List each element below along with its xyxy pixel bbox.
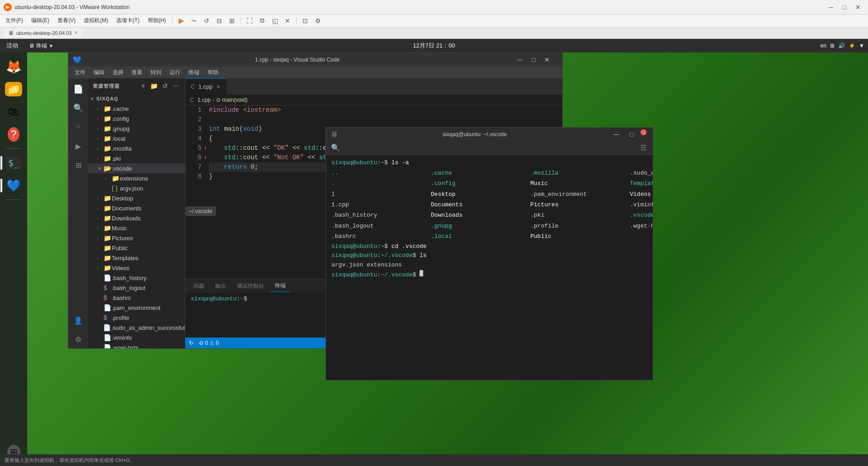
tab-close-btn[interactable]: ✕ bbox=[216, 84, 221, 90]
toolbar-btn-2[interactable]: ↺ bbox=[201, 16, 212, 26]
editor-tab-1cpp[interactable]: C 1.cpp ✕ bbox=[185, 78, 226, 95]
vscode-minimize[interactable]: ─ bbox=[514, 55, 526, 65]
toolbar-btn-1[interactable]: ⤳ bbox=[188, 16, 200, 26]
tree-item-sudo[interactable]: 📄 .sudo_as_admin_successful bbox=[88, 323, 185, 333]
vsc-menu-file[interactable]: 文件 bbox=[71, 68, 89, 77]
vm-tab[interactable]: 🖥 ubuntu-desktop-20.04.03 ✕ bbox=[4, 29, 83, 38]
refresh-btn[interactable]: ↺ bbox=[160, 81, 170, 90]
terminal-body[interactable]: sixqaq@ubuntu:~$ ls -a .. .cache .mozill… bbox=[326, 155, 653, 380]
term-menu-btn[interactable]: ☰ bbox=[637, 143, 649, 153]
tree-item-documents[interactable]: › 📁 Documents bbox=[88, 203, 185, 213]
tree-item-argv[interactable]: { } argv.json bbox=[88, 183, 185, 193]
tree-item-config[interactable]: › 📁 .config bbox=[88, 114, 185, 124]
tree-item-desktop[interactable]: › 📁 Desktop bbox=[88, 193, 185, 203]
vsc-menu-run[interactable]: 运行 bbox=[166, 68, 184, 77]
tree-item-local[interactable]: › 📁 .local bbox=[88, 133, 185, 143]
statusbar-git[interactable]: ↻ bbox=[189, 340, 193, 346]
tree-item-public[interactable]: › 📁 Public bbox=[88, 243, 185, 253]
tree-item-vscode[interactable]: ▼ 📂 .vscode bbox=[88, 163, 185, 173]
term-line-output2: . .config Music Templates bbox=[331, 178, 647, 189]
tree-item-cache[interactable]: › 📁 .cache bbox=[88, 104, 185, 114]
dock-item-software[interactable]: 🛍 bbox=[3, 101, 24, 122]
tree-item-gnupg[interactable]: › 📁 .gnupg bbox=[88, 124, 185, 133]
tree-item-profile[interactable]: $ .profile bbox=[88, 313, 185, 323]
activity-accounts[interactable]: 👤 bbox=[69, 311, 87, 329]
term-search-btn[interactable]: 🔍 bbox=[330, 143, 341, 153]
vscode-close[interactable]: ✕ bbox=[541, 55, 553, 65]
terminal-minimize[interactable]: ─ bbox=[610, 129, 623, 139]
sidebar-header-actions: + 📁 ↺ ⋯ bbox=[139, 81, 180, 90]
settings-icon[interactable]: ▼ bbox=[859, 43, 864, 49]
minimize-button[interactable]: ─ bbox=[825, 2, 837, 12]
menu-tabs[interactable]: 选项卡(T) bbox=[113, 15, 143, 26]
activities-button[interactable]: 活动 bbox=[0, 39, 24, 52]
tree-item-pam[interactable]: 📄 .pam_environment bbox=[88, 303, 185, 313]
tree-item-pictures[interactable]: › 📁 Pictures bbox=[88, 233, 185, 243]
vsc-menu-goto[interactable]: 转到 bbox=[147, 68, 165, 77]
tree-item-wget[interactable]: 📄 .wget-hsts bbox=[88, 342, 185, 348]
collapse-btn[interactable]: ⋯ bbox=[171, 81, 180, 90]
close-button[interactable]: ✕ bbox=[852, 2, 864, 12]
vsc-menu-help[interactable]: 帮助 bbox=[204, 68, 222, 77]
panel-tab-terminal[interactable]: 终端 bbox=[270, 280, 290, 292]
tree-item-viminfo[interactable]: 📄 .viminfo bbox=[88, 333, 185, 342]
tree-root[interactable]: ▼ SIXQAQ bbox=[88, 94, 185, 104]
statusbar-errors[interactable]: ⊘ 0 ⚠ 0 bbox=[199, 340, 219, 346]
panel-tab-debug[interactable]: 调试控制台 bbox=[232, 281, 269, 292]
vsc-menu-view[interactable]: 查看 bbox=[128, 68, 146, 77]
tree-item-videos[interactable]: › 📁 Videos bbox=[88, 263, 185, 273]
activity-debug[interactable]: ▶ bbox=[69, 137, 87, 155]
tree-item-pki[interactable]: › 📁 .pki bbox=[88, 153, 185, 163]
tree-item-templates[interactable]: › 📁 Templates bbox=[88, 253, 185, 263]
tree-item-mozilla[interactable]: › 📁 .mozilla bbox=[88, 143, 185, 153]
vm-display-btn[interactable]: ⊡ bbox=[299, 16, 311, 26]
maximize-button[interactable]: □ bbox=[838, 2, 851, 12]
toolbar-btn-3[interactable]: ⊟ bbox=[213, 16, 225, 26]
terminal-restore[interactable]: □ bbox=[625, 129, 638, 139]
toolbar-btn-4[interactable]: ⊞ bbox=[226, 16, 238, 26]
power-button[interactable]: ▶ bbox=[175, 16, 187, 26]
vsc-menu-select[interactable]: 选择 bbox=[109, 68, 127, 77]
bc-file[interactable]: 1.cpp bbox=[198, 97, 211, 103]
tree-item-downloads[interactable]: › 📁 Downloads bbox=[88, 213, 185, 223]
terminal-app-menu[interactable]: 🖥 终端 ▼ bbox=[24, 39, 58, 52]
dock-item-firefox[interactable]: 🦊 bbox=[3, 56, 24, 77]
vsc-menu-terminal[interactable]: 终端 bbox=[185, 68, 203, 77]
menu-file[interactable]: 文件(F) bbox=[2, 15, 27, 26]
fullscreen-button[interactable]: ⛶ bbox=[244, 16, 255, 26]
panel-tab-problems[interactable]: 问题 bbox=[189, 281, 209, 292]
dock-item-vscode[interactable]: 💙 bbox=[3, 175, 24, 196]
activity-explorer[interactable]: 📄 bbox=[69, 80, 87, 98]
activity-settings[interactable]: ⚙ bbox=[69, 330, 87, 348]
new-folder-btn[interactable]: 📁 bbox=[150, 81, 159, 90]
menu-help[interactable]: 帮助(H) bbox=[144, 15, 170, 26]
toolbar-btn-6[interactable]: ◱ bbox=[269, 16, 281, 26]
dock-item-help[interactable]: ? bbox=[3, 124, 24, 145]
new-file-btn[interactable]: + bbox=[139, 81, 148, 90]
activity-search[interactable]: 🔍 bbox=[69, 99, 87, 117]
activity-extensions[interactable]: ⊞ bbox=[69, 156, 87, 174]
network-icon: ⊞ bbox=[830, 43, 835, 49]
toolbar-btn-7[interactable]: ✕ bbox=[282, 16, 293, 26]
tree-item-bash-history[interactable]: 📄 .bash_history bbox=[88, 273, 185, 283]
vsc-menu-edit[interactable]: 编辑 bbox=[90, 68, 108, 77]
tree-item-extensions[interactable]: › 📁 extensions bbox=[88, 173, 185, 183]
vm-tab-close[interactable]: ✕ bbox=[74, 30, 78, 36]
bc-func[interactable]: ⊙ main(void) bbox=[216, 97, 247, 103]
menu-vm[interactable]: 虚拟机(M) bbox=[80, 15, 112, 26]
toolbar-btn-5[interactable]: ⧉ bbox=[256, 16, 268, 26]
dock-item-terminal[interactable]: $_ bbox=[3, 152, 24, 173]
tree-item-music[interactable]: › 📁 Music bbox=[88, 223, 185, 233]
vm-settings-btn[interactable]: ⚙ bbox=[312, 16, 324, 26]
locale-indicator[interactable]: en bbox=[821, 43, 826, 49]
activity-git[interactable]: ⑂ bbox=[69, 118, 87, 136]
tree-item-bash-logout[interactable]: $ .bash_logout bbox=[88, 283, 185, 293]
panel-tab-output[interactable]: 输出 bbox=[211, 281, 231, 292]
menu-view[interactable]: 查看(V) bbox=[54, 15, 79, 26]
volume-icon[interactable]: 🔊 bbox=[838, 43, 845, 49]
vscode-maximize[interactable]: □ bbox=[527, 55, 540, 65]
menu-edit[interactable]: 编辑(E) bbox=[28, 15, 53, 26]
terminal-close[interactable] bbox=[641, 129, 646, 135]
tree-item-bashrc[interactable]: $ .bashrc bbox=[88, 293, 185, 303]
dock-item-files[interactable]: 📁 bbox=[3, 79, 24, 100]
